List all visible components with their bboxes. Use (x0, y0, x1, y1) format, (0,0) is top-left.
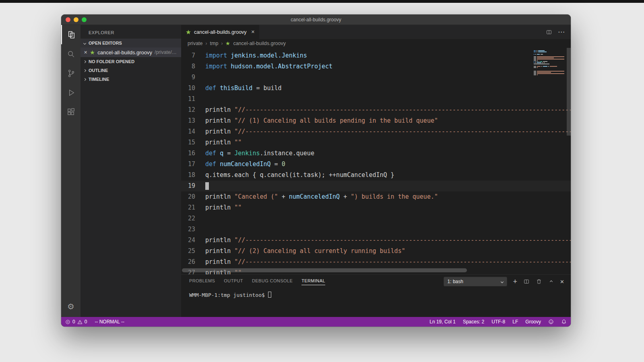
line-number: 26 (181, 257, 205, 267)
code-line-9[interactable]: 9 (181, 72, 571, 83)
code-line-13[interactable]: 13println "// (1) Canceling all builds p… (181, 115, 571, 126)
line-content: import hudson.model.AbstractProject (205, 61, 571, 72)
code-line-18[interactable]: 18q.items.each { q.cancel(it.task); ++nu… (181, 170, 571, 181)
run-debug-icon[interactable] (61, 83, 80, 102)
section-open-editors[interactable]: OPEN EDITORS (80, 39, 181, 47)
panel-header: PROBLEMSOUTPUTDEBUG CONSOLETERMINAL 1: b… (181, 275, 571, 288)
open-editor-item[interactable]: ✕ cancel-all-builds.groovy /private/… (80, 47, 181, 57)
zoom-window-button[interactable] (82, 17, 87, 22)
window-title: cancel-all-builds.groovy (61, 14, 571, 25)
section-timeline[interactable]: TIMELINE (80, 75, 181, 84)
editor-actions: ⋯ (546, 25, 571, 39)
editor-block-cursor (205, 182, 209, 190)
kill-terminal-trash-icon[interactable] (536, 278, 542, 285)
line-number: 21 (181, 202, 205, 213)
status-item-lf[interactable]: LF (512, 319, 518, 325)
panel-tab-problems[interactable]: PROBLEMS (189, 278, 215, 285)
vim-mode-indicator: -- NORMAL -- (95, 319, 124, 325)
minimize-window-button[interactable] (74, 17, 78, 22)
panel-tab-terminal[interactable]: TERMINAL (301, 278, 325, 285)
line-content: import jenkins.model.Jenkins (205, 50, 571, 61)
section-no-folder-opened[interactable]: NO FOLDER OPENED (80, 57, 181, 66)
terminal[interactable]: WMM-MBP-1:tmp justintoo$ (181, 288, 571, 317)
line-content: println "//-----------------------------… (205, 257, 571, 267)
line-content: def q = Jenkins.instance.queue (205, 148, 571, 159)
tab-cancel-all-builds-groovy[interactable]: cancel-all-builds.groovy ✕ (181, 25, 259, 39)
code-line-19[interactable]: 19 (181, 181, 571, 191)
section-label: NO FOLDER OPENED (89, 59, 134, 64)
code-line-21[interactable]: 21println "" (181, 202, 571, 213)
status-item-utf-8[interactable]: UTF-8 (491, 319, 505, 325)
line-content (205, 72, 571, 83)
line-content: println "Canceled (" + numCanceledInQ + … (205, 191, 571, 202)
code-line-23[interactable]: 23 (181, 224, 571, 235)
horizontal-scrollbar[interactable] (182, 268, 467, 272)
feedback-smiley-icon[interactable] (548, 319, 554, 325)
titlebar[interactable]: cancel-all-builds.groovy (61, 14, 571, 25)
new-terminal-icon[interactable]: + (513, 278, 518, 285)
code-line-20[interactable]: 20println "Canceled (" + numCanceledInQ … (181, 191, 571, 202)
activity-bar-spacer (61, 121, 80, 298)
chevron-right-icon (83, 69, 86, 72)
tab-close-icon[interactable]: ✕ (251, 29, 255, 35)
line-number: 8 (181, 61, 205, 72)
code-line-16[interactable]: 16def q = Jenkins.instance.queue (181, 148, 571, 159)
code-line-7[interactable]: 7import jenkins.model.Jenkins (181, 50, 571, 61)
code-line-14[interactable]: 14println "//---------------------------… (181, 126, 571, 137)
vertical-scrollbar[interactable] (567, 48, 571, 136)
panel-tab-output[interactable]: OUTPUT (224, 278, 243, 285)
code-line-8[interactable]: 8import hudson.model.AbstractProject (181, 61, 571, 72)
line-number: 11 (181, 94, 205, 105)
line-number: 12 (181, 105, 205, 115)
section-label: OUTLINE (89, 68, 108, 73)
explorer-icon[interactable] (61, 25, 80, 44)
line-number: 20 (181, 191, 205, 202)
line-content (205, 213, 571, 224)
status-item-ln-19-col-1[interactable]: Ln 19, Col 1 (429, 319, 456, 325)
code-line-17[interactable]: 17def numCanceledInQ = 0 (181, 159, 571, 170)
panel-tab-debug-console[interactable]: DEBUG CONSOLE (252, 278, 293, 285)
split-editor-icon[interactable] (546, 29, 552, 35)
section-outline[interactable]: OUTLINE (80, 66, 181, 75)
screen-edge-strip (0, 0, 644, 3)
search-icon[interactable] (61, 44, 80, 64)
close-panel-icon[interactable]: ✕ (560, 279, 564, 285)
maximize-panel-icon[interactable] (548, 279, 554, 284)
more-actions-icon[interactable]: ⋯ (558, 28, 565, 36)
code-line-25[interactable]: 25println "// (2) Canceling all currentl… (181, 246, 571, 257)
problems-status[interactable]: 0 0 -- NORMAL -- (65, 319, 124, 325)
breadcrumb-item-private[interactable]: private (188, 41, 203, 46)
line-content: println "// (1) Canceling all builds pen… (205, 115, 571, 126)
code-editor[interactable]: 7import jenkins.model.Jenkins8import hud… (181, 48, 571, 274)
breadcrumb-item-tmp[interactable]: tmp (210, 41, 219, 46)
source-control-icon[interactable] (61, 64, 80, 83)
notifications-bell-icon[interactable] (561, 319, 567, 325)
code-line-24[interactable]: 24println "//---------------------------… (181, 235, 571, 246)
warning-icon (77, 319, 83, 325)
line-number: 25 (181, 246, 205, 257)
code-line-22[interactable]: 22 (181, 213, 571, 224)
sidebar-explorer: EXPLORER OPEN EDITORS ✕ cancel-all-build… (80, 25, 181, 317)
code-line-10[interactable]: 10def thisBuild = build (181, 83, 571, 94)
terminal-prompt: WMM-MBP-1:tmp justintoo$ (189, 292, 265, 298)
line-number: 14 (181, 126, 205, 137)
split-terminal-icon[interactable] (523, 278, 530, 285)
desktop: cancel-all-builds.groovy (0, 0, 644, 362)
code-line-15[interactable]: 15println "" (181, 137, 571, 148)
chevron-down-icon (501, 280, 504, 283)
code-line-11[interactable]: 11 (181, 94, 571, 105)
minimap[interactable] (534, 50, 565, 76)
line-content: println "//-----------------------------… (205, 126, 571, 137)
breadcrumb-item-file[interactable]: cancel-all-builds.groovy (233, 41, 286, 46)
status-item-groovy[interactable]: Groovy (525, 319, 541, 325)
status-item-spaces-2[interactable]: Spaces: 2 (463, 319, 484, 325)
close-window-button[interactable] (66, 17, 70, 22)
settings-gear-icon[interactable]: ⚙ (61, 298, 80, 315)
shell-selector-dropdown[interactable]: 1: bash (444, 277, 507, 286)
code-line-12[interactable]: 12println "//---------------------------… (181, 105, 571, 115)
close-editor-icon[interactable]: ✕ (84, 50, 87, 55)
line-content: println "// (2) Canceling all currently … (205, 246, 571, 257)
open-editors-label: OPEN EDITORS (89, 41, 122, 45)
extensions-icon[interactable] (61, 102, 80, 121)
code-line-26[interactable]: 26println "//---------------------------… (181, 257, 571, 267)
